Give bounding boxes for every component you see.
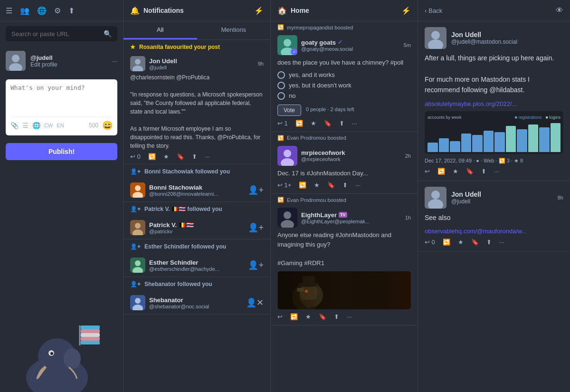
follow-button-4[interactable]: 👤✕ (246, 297, 264, 308)
detail-name-1: Jon Udell (451, 31, 517, 38)
profile-info: @judell Edit profile (30, 54, 107, 68)
svg-rect-7 (81, 341, 100, 344)
post-time-2: 2h (405, 153, 411, 159)
mascot-area (0, 164, 123, 392)
detail-actions-2: ↩ 0 🔁 ★ 🔖 ⬆ ··· (425, 239, 563, 246)
post-handle-2: @mrpieceofwork (301, 156, 345, 162)
follow-button-3[interactable]: 👤+ (248, 260, 264, 270)
favourite-action[interactable]: ★ (163, 153, 169, 160)
detail-link-1[interactable]: absolutelymaybe.plos.org/2022/... (425, 100, 563, 107)
boost-action[interactable]: 🔁 (148, 153, 156, 160)
settings-icon[interactable]: ⚙ (54, 6, 61, 15)
reply-action-2[interactable]: ↩ 1+ (277, 182, 291, 189)
detail-share-2[interactable]: ⬆ (486, 239, 492, 246)
globe-small-icon[interactable]: 🌐 (32, 122, 40, 129)
poll-radio-2[interactable] (277, 82, 285, 89)
post-actions-2: ↩ 1+ 🔁 ★ 🔖 ⬆ ··· (277, 182, 411, 189)
notifications-filter-icon[interactable]: ⚡ (254, 6, 264, 15)
follow-icon-4: 👤+ (130, 281, 141, 287)
notif-post-actions: ↩ 0 🔁 ★ 🔖 ⬆ ··· (130, 153, 264, 160)
more-action-1[interactable]: ··· (352, 120, 357, 127)
verified-icon: ✓ (338, 39, 342, 46)
en-button[interactable]: EN (57, 123, 64, 128)
chart-bars (428, 122, 560, 152)
boost-header-1: 🔁 myrmepropagandist boosted (271, 21, 418, 30)
detail-reply-2[interactable]: ↩ 0 (425, 239, 435, 246)
vote-button[interactable]: Vote (277, 105, 301, 116)
follow-handle-2: @patrickv (149, 229, 194, 234)
follow-button-2[interactable]: 👤+ (248, 222, 264, 233)
chart-bar (450, 141, 460, 152)
back-button[interactable]: ‹ Back (425, 7, 442, 14)
bookmark-action-2[interactable]: 🔖 (327, 182, 335, 189)
hamburger-icon[interactable]: ☰ (6, 6, 12, 15)
boost-action-2[interactable]: 🔁 (299, 182, 306, 189)
detail-avatar-1 (425, 27, 446, 49)
detail-bookmark-2[interactable]: 🔖 (471, 239, 479, 246)
detail-favourite-2[interactable]: ★ (458, 239, 464, 246)
detail-link-2[interactable]: observablehq.com/@mauforonda/w... (425, 228, 563, 235)
globe-icon[interactable]: 🌐 (37, 6, 47, 15)
more-action[interactable]: ··· (205, 153, 210, 160)
poll-radio-1[interactable] (277, 71, 285, 79)
cw-button[interactable]: CW (44, 123, 53, 128)
list-icon[interactable]: ☰ (22, 122, 28, 129)
detail-reply-1[interactable]: ↩ (425, 168, 430, 175)
home-panel: 🏠 Home ⚡ 🔁 myrmepropagandist boosted ✓ g… (271, 0, 418, 392)
detail-more-1[interactable]: ··· (494, 168, 499, 175)
detail-boost-2[interactable]: 🔁 (443, 239, 450, 246)
detail-share-1[interactable]: ⬆ (481, 168, 486, 175)
profile-menu-icon[interactable]: ··· (112, 57, 117, 65)
tab-all[interactable]: All (124, 21, 197, 39)
poll-radio-3[interactable] (277, 92, 285, 100)
share-action-1[interactable]: ⬆ (339, 120, 344, 127)
follow-avatar-2 (130, 220, 145, 235)
publish-button[interactable]: Publish! (6, 143, 117, 160)
follow-name: Bonni Stachowiak (149, 184, 218, 191)
boost-action-1[interactable]: 🔁 (295, 120, 303, 127)
reply-action[interactable]: ↩ 0 (130, 153, 141, 160)
follow-avatar (130, 182, 145, 198)
svg-point-51 (431, 191, 440, 199)
profile-handle[interactable]: Edit profile (30, 61, 107, 68)
eye-icon[interactable]: 👁 (556, 6, 563, 15)
share-action[interactable]: ⬆ (192, 153, 197, 160)
share-action-3[interactable]: ⬆ (334, 313, 339, 320)
emoji-icon[interactable]: 😄 (102, 120, 113, 131)
notifications-tabs: All Mentions (124, 21, 270, 40)
svg-point-48 (431, 31, 440, 39)
detail-boost-1[interactable]: 🔁 (437, 168, 445, 175)
detail-more-2[interactable]: ··· (499, 239, 504, 246)
detail-feed: Jon Udell @judell@mastodon.social After … (418, 21, 570, 392)
more-action-3[interactable]: ··· (347, 313, 352, 320)
follow-button[interactable]: 👤+ (248, 185, 264, 195)
avatar[interactable] (6, 51, 26, 71)
favourite-action-2[interactable]: ★ (314, 182, 320, 189)
search-input[interactable] (11, 30, 100, 38)
favourite-action-1[interactable]: ★ (311, 120, 316, 127)
reply-action-1[interactable]: ↩ 1 (277, 120, 288, 127)
detail-favourite-1[interactable]: ★ (453, 168, 458, 175)
boost-header-2: 🔁 Evan Prodromou boosted (271, 132, 418, 141)
upload-icon[interactable]: ⬆ (68, 6, 75, 15)
boost-action-3[interactable]: 🔁 (290, 313, 298, 320)
home-filter-icon[interactable]: ⚡ (401, 6, 411, 15)
favourite-action-3[interactable]: ★ (305, 313, 311, 320)
attachment-icon[interactable]: 📎 (10, 122, 19, 129)
notif-user-handle: @judell (149, 65, 177, 70)
bookmark-action-1[interactable]: 🔖 (324, 120, 332, 127)
reply-action-3[interactable]: ↩ (277, 313, 283, 320)
compose-textarea[interactable] (10, 84, 113, 113)
follow-avatar-3 (130, 258, 145, 273)
more-action-2[interactable]: ··· (355, 182, 361, 189)
share-action-2[interactable]: ⬆ (342, 182, 348, 189)
profile-section: @judell Edit profile ··· (0, 46, 123, 76)
detail-bookmark-1[interactable]: 🔖 (466, 168, 474, 175)
svg-rect-5 (81, 333, 100, 337)
tab-mentions[interactable]: Mentions (197, 21, 271, 39)
bookmark-action-3[interactable]: 🔖 (319, 313, 326, 320)
bookmark-action[interactable]: 🔖 (177, 153, 184, 160)
post-name-2: mrpieceofwork (301, 149, 345, 156)
svg-point-36 (284, 211, 291, 219)
users-icon[interactable]: 👥 (20, 6, 29, 15)
